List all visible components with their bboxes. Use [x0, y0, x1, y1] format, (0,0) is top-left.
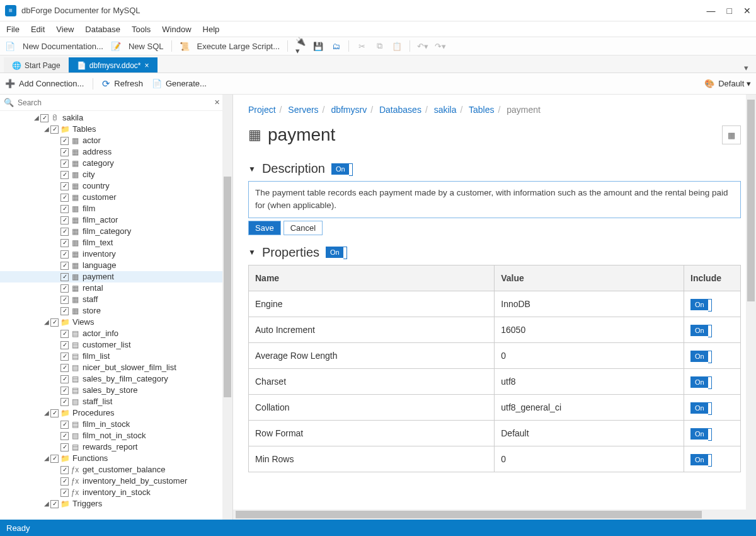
tree-view-sales_by_film_category[interactable]: ▤sales_by_film_category [0, 373, 232, 385]
connect-icon[interactable]: 🔌▾ [295, 41, 306, 51]
tree-group-triggers[interactable]: ◢📁Triggers [0, 498, 232, 510]
tree-table-payment[interactable]: ▦payment [0, 271, 232, 283]
tree-group-functions[interactable]: ◢📁Functions [0, 453, 232, 464]
tree-group-tables[interactable]: ◢📁Tables [0, 124, 232, 135]
theme-selector[interactable]: Default ▾ [718, 79, 751, 88]
tree-table-country[interactable]: ▦country [0, 180, 232, 192]
tree-view-nicer_but_slower_film_list[interactable]: ▤nicer_but_slower_film_list [0, 362, 232, 373]
tree-checkbox[interactable] [50, 500, 59, 508]
tree-database[interactable]: ◢🛢sakila [0, 112, 232, 124]
crumb-servers[interactable]: Servers [288, 105, 318, 115]
tree-table-address[interactable]: ▦address [0, 146, 232, 158]
tab-start-page[interactable]: 🌐 Start Page [4, 57, 69, 73]
tree-checkbox[interactable] [50, 125, 59, 134]
menu-file[interactable]: File [6, 25, 20, 34]
tree-checkbox[interactable] [60, 352, 69, 361]
tree-checkbox[interactable] [60, 284, 69, 293]
tree-view-sales_by_store[interactable]: ▤sales_by_store [0, 385, 232, 396]
copy-icon[interactable]: ⧉ [374, 41, 384, 51]
tab-overflow-icon[interactable]: ▾ [740, 63, 752, 73]
tree-checkbox[interactable] [60, 330, 69, 338]
add-connection-button[interactable]: ➕ Add Connection... [5, 79, 84, 88]
tree-checkbox[interactable] [60, 307, 69, 315]
tree-checkbox[interactable] [60, 239, 69, 247]
tree-table-language[interactable]: ▦language [0, 260, 232, 271]
menu-help[interactable]: Help [203, 25, 220, 34]
tree-checkbox[interactable] [60, 250, 69, 259]
tree-checkbox[interactable] [60, 296, 69, 304]
crumb-project[interactable]: Project [248, 105, 276, 115]
tree-checkbox[interactable] [60, 398, 69, 406]
tree-checkbox[interactable] [60, 477, 69, 486]
tree-table-film_actor[interactable]: ▦film_actor [0, 214, 232, 226]
tree-checkbox[interactable] [60, 489, 69, 497]
save-all-icon[interactable]: 🗂 [331, 41, 341, 51]
tree-checkbox[interactable] [60, 171, 69, 179]
description-toggle[interactable]: On [331, 163, 350, 175]
include-toggle[interactable]: On [690, 402, 709, 414]
tree-func-inventory_held_by_customer[interactable]: ƒxinventory_held_by_customer [0, 475, 232, 487]
paste-icon[interactable]: 📋 [392, 41, 402, 51]
execute-large-script-button[interactable]: Execute Large Script... [197, 42, 280, 51]
menu-tools[interactable]: Tools [132, 25, 151, 34]
tab-close-icon[interactable]: × [145, 61, 149, 70]
description-save-button[interactable]: Save [248, 221, 281, 235]
tree-func-get_customer_balance[interactable]: ƒxget_customer_balance [0, 464, 232, 475]
crumb-databases[interactable]: Databases [379, 105, 421, 115]
tree-checkbox[interactable] [60, 137, 69, 145]
tree-checkbox[interactable] [60, 262, 69, 270]
redo-icon[interactable]: ↷▾ [435, 41, 445, 51]
menu-view[interactable]: View [56, 25, 74, 34]
tree-checkbox[interactable] [60, 216, 69, 224]
tree-proc-film_not_in_stock[interactable]: ▤film_not_in_stock [0, 430, 232, 441]
tree-checkbox[interactable] [60, 443, 69, 452]
collapse-properties-icon[interactable]: ▼ [248, 248, 256, 257]
cut-icon[interactable]: ✂ [357, 41, 367, 51]
search-input[interactable] [18, 98, 210, 107]
include-toggle[interactable]: On [690, 376, 709, 388]
tree-table-actor[interactable]: ▦actor [0, 135, 232, 146]
tree-table-staff[interactable]: ▦staff [0, 294, 232, 305]
tree-checkbox[interactable] [60, 194, 69, 202]
tree-view-customer_list[interactable]: ▤customer_list [0, 339, 232, 351]
tree-table-city[interactable]: ▦city [0, 169, 232, 180]
main-hscrollbar[interactable] [233, 510, 746, 520]
tree-checkbox[interactable] [60, 341, 69, 349]
tree-checkbox[interactable] [60, 182, 69, 190]
sidebar-scrollbar[interactable] [222, 95, 232, 520]
tree-checkbox[interactable] [60, 387, 69, 395]
tree-checkbox[interactable] [60, 273, 69, 281]
crumb-db[interactable]: sakila [434, 105, 457, 115]
new-sql-button[interactable]: New SQL [129, 42, 164, 51]
tree-view-staff_list[interactable]: ▤staff_list [0, 396, 232, 407]
undo-icon[interactable]: ↶▾ [418, 41, 428, 51]
window-close[interactable]: ✕ [743, 6, 751, 16]
tree-checkbox[interactable] [60, 421, 69, 429]
tree-checkbox[interactable] [60, 466, 69, 474]
tree-checkbox[interactable] [50, 409, 59, 417]
tree-table-customer[interactable]: ▦customer [0, 192, 232, 203]
tree-view-actor_info[interactable]: ▤actor_info [0, 328, 232, 339]
tree-table-inventory[interactable]: ▦inventory [0, 248, 232, 260]
tree-table-store[interactable]: ▦store [0, 305, 232, 317]
tree-proc-film_in_stock[interactable]: ▤film_in_stock [0, 419, 232, 430]
search-clear-icon[interactable]: ✕ [214, 98, 220, 107]
window-maximize[interactable]: □ [727, 6, 732, 16]
tree-checkbox[interactable] [60, 148, 69, 156]
tree-group-views[interactable]: ◢📁Views [0, 317, 232, 328]
menu-window[interactable]: Window [162, 25, 191, 34]
tree-checkbox[interactable] [60, 160, 69, 168]
tree-table-film_category[interactable]: ▦film_category [0, 226, 232, 237]
include-toggle[interactable]: On [690, 299, 709, 310]
tree-checkbox[interactable] [50, 455, 59, 463]
crumb-tables[interactable]: Tables [469, 105, 494, 115]
new-documentation-button[interactable]: New Documentation... [23, 42, 103, 51]
tree-table-film_text[interactable]: ▦film_text [0, 237, 232, 248]
description-textarea[interactable]: The payment table records each payment m… [248, 181, 741, 218]
view-mode-button[interactable]: ▦ [722, 125, 741, 144]
tree-view-film_list[interactable]: ▤film_list [0, 351, 232, 362]
tree-checkbox[interactable] [60, 432, 69, 440]
include-toggle[interactable]: On [690, 325, 709, 336]
properties-toggle[interactable]: On [326, 247, 344, 258]
save-icon[interactable]: 💾 [313, 41, 323, 51]
